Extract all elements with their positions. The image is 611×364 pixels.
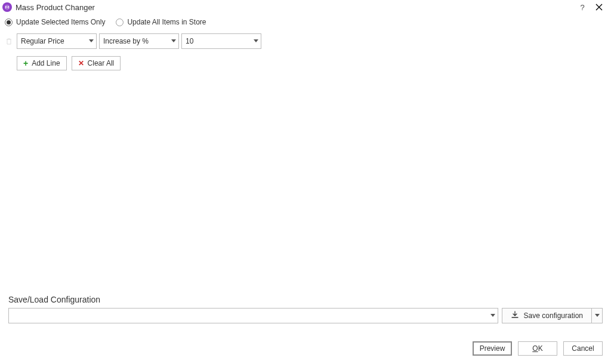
field-select[interactable]: Regular Price	[17, 33, 97, 49]
clear-all-label: Clear All	[88, 59, 115, 67]
close-icon	[595, 4, 603, 11]
ok-button[interactable]: OK	[518, 341, 557, 356]
save-load-heading: Save/Load Configuration	[8, 295, 603, 304]
save-load-section: Save/Load Configuration Save configurati…	[0, 295, 611, 323]
delete-line-button[interactable]	[5, 37, 13, 45]
radio-checked-icon	[5, 18, 13, 26]
titlebar: Mass Product Changer ?	[0, 0, 611, 14]
radio-selected-only-label: Update Selected Items Only	[16, 18, 105, 26]
caret-down-icon	[168, 39, 176, 43]
value-select[interactable]: 10	[181, 33, 261, 49]
preview-button[interactable]: Preview	[473, 341, 512, 356]
configuration-select[interactable]	[8, 308, 498, 323]
cancel-button[interactable]: Cancel	[563, 341, 603, 356]
action-select-value: Increase by %	[103, 37, 149, 45]
close-button[interactable]	[591, 1, 607, 14]
plus-icon: +	[23, 59, 28, 67]
field-select-value: Regular Price	[21, 37, 64, 45]
download-icon	[511, 311, 519, 321]
trash-icon	[5, 38, 13, 45]
update-scope-group: Update Selected Items Only Update All It…	[0, 14, 611, 32]
help-button[interactable]: ?	[574, 1, 591, 14]
cancel-label: Cancel	[572, 344, 594, 353]
ok-label: OK	[532, 344, 542, 353]
clear-all-button[interactable]: ✕ Clear All	[72, 56, 121, 70]
app-icon	[2, 2, 12, 12]
add-line-label: Add Line	[32, 59, 60, 67]
radio-selected-only[interactable]: Update Selected Items Only	[5, 18, 105, 26]
value-select-value: 10	[186, 37, 193, 45]
caret-down-icon	[595, 314, 600, 317]
save-configuration-label: Save configuration	[524, 311, 583, 320]
caret-down-icon	[250, 39, 258, 43]
caret-down-icon	[85, 39, 94, 43]
line-toolbar: + Add Line ✕ Clear All	[0, 49, 611, 70]
radio-all-in-store[interactable]: Update All Items in Store	[116, 18, 206, 26]
radio-all-in-store-label: Update All Items in Store	[127, 18, 206, 26]
save-configuration-menu[interactable]	[592, 308, 603, 323]
add-line-button[interactable]: + Add Line	[17, 56, 67, 70]
window-title: Mass Product Changer	[16, 3, 95, 12]
action-select[interactable]: Increase by %	[99, 33, 179, 49]
save-configuration-splitbutton: Save configuration	[502, 308, 603, 323]
dialog-footer: Preview OK Cancel	[0, 323, 611, 364]
preview-label: Preview	[480, 344, 505, 353]
x-icon: ✕	[78, 60, 84, 67]
radio-unchecked-icon	[116, 18, 124, 26]
svg-point-0	[5, 5, 10, 10]
change-line-row: Regular Price Increase by % 10	[0, 33, 611, 49]
caret-down-icon	[490, 314, 495, 317]
save-configuration-button[interactable]: Save configuration	[502, 308, 592, 323]
